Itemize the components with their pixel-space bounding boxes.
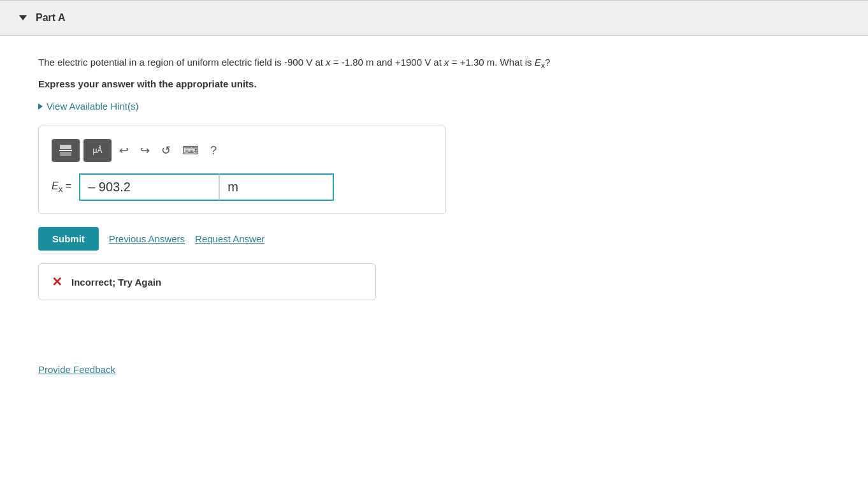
input-row: Ex = xyxy=(52,173,433,201)
value-input[interactable] xyxy=(79,173,219,201)
fraction-button[interactable] xyxy=(52,139,80,162)
feedback-box: ✕ Incorrect; Try Again xyxy=(38,263,376,300)
request-answer-link[interactable]: Request Answer xyxy=(195,233,264,244)
hint-link[interactable]: View Available Hint(s) xyxy=(38,101,830,112)
feedback-message: Incorrect; Try Again xyxy=(71,277,161,288)
E-sub: x xyxy=(59,184,63,194)
content-area: The electric potential in a region of un… xyxy=(0,36,868,400)
part-header: Part A xyxy=(0,0,868,36)
question-text: The electric potential in a region of un… xyxy=(38,55,830,72)
submit-button[interactable]: Submit xyxy=(38,227,99,251)
unit-button[interactable]: μÅ xyxy=(83,139,112,162)
answer-box: μÅ ↩ ↪ ↺ ⌨ ? Ex = xyxy=(38,126,446,214)
chevron-right-icon xyxy=(38,103,43,110)
fraction-icon xyxy=(59,145,72,156)
previous-answers-link[interactable]: Previous Answers xyxy=(109,233,185,244)
hint-label: View Available Hint(s) xyxy=(47,101,139,112)
E-var: E xyxy=(52,180,59,191)
unit-input[interactable] xyxy=(219,173,334,201)
help-button[interactable]: ? xyxy=(206,142,221,160)
page-container: Part A The electric potential in a regio… xyxy=(0,0,868,482)
instruction-text: Express your answer with the appropriate… xyxy=(38,78,830,89)
provide-feedback-link[interactable]: Provide Feedback xyxy=(38,364,115,375)
undo-button[interactable]: ↩ xyxy=(115,141,133,160)
part-title: Part A xyxy=(36,12,66,24)
action-row: Submit Previous Answers Request Answer xyxy=(38,227,830,251)
incorrect-icon: ✕ xyxy=(52,274,62,289)
redo-button[interactable]: ↪ xyxy=(136,141,154,160)
equation-label: Ex = xyxy=(52,180,71,194)
collapse-icon[interactable] xyxy=(19,15,27,20)
refresh-button[interactable]: ↺ xyxy=(157,141,175,160)
keyboard-button[interactable]: ⌨ xyxy=(178,141,203,160)
toolbar: μÅ ↩ ↪ ↺ ⌨ ? xyxy=(52,139,433,162)
